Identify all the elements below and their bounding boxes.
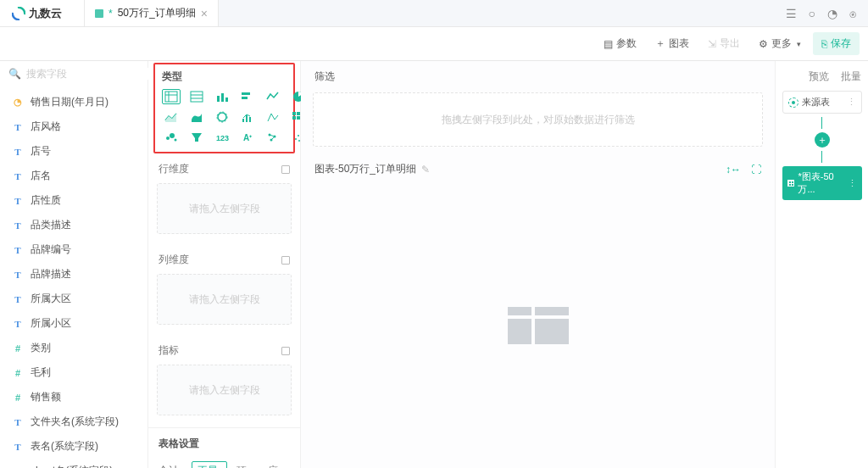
text-field-icon: T xyxy=(12,245,24,255)
save-button[interactable]: ⎘保存 xyxy=(813,32,860,55)
canvas: 筛选 拖拽左侧字段到此处，对原始数据进行筛选 图表-50万行_订单明细 ✎ ↕↔… xyxy=(301,61,775,468)
close-icon[interactable]: × xyxy=(201,8,208,20)
pipeline-chart-node[interactable]: *图表-50万... ⋮ xyxy=(782,166,862,200)
svg-rect-15 xyxy=(246,115,248,122)
brand-icon xyxy=(12,7,25,20)
type-title: 类型 xyxy=(162,70,287,89)
field-item[interactable]: T店号 xyxy=(0,139,147,164)
svg-rect-6 xyxy=(217,96,220,102)
seg-top[interactable]: 顶部 xyxy=(231,461,259,468)
col-dim-dropzone[interactable]: 请拖入左侧字段 xyxy=(157,274,292,325)
chart-type-option[interactable] xyxy=(162,109,181,125)
field-item[interactable]: T品牌描述 xyxy=(0,262,147,287)
list-icon[interactable]: ☰ xyxy=(786,7,797,20)
search-row: 🔍 xyxy=(0,61,147,86)
field-item[interactable]: #销售额 xyxy=(0,385,147,410)
col-dim-section: 列维度 请拖入左侧字段 xyxy=(148,246,300,337)
text-field-icon: T xyxy=(12,294,24,304)
metric-dropzone[interactable]: 请拖入左侧字段 xyxy=(157,365,292,415)
expand-icon[interactable]: ⛶ xyxy=(751,164,761,176)
field-item[interactable]: T所属大区 xyxy=(0,287,147,311)
search-input[interactable] xyxy=(26,68,153,80)
svg-rect-14 xyxy=(242,119,244,122)
chart-type-option[interactable] xyxy=(213,89,231,104)
field-item[interactable]: T店风格 xyxy=(0,114,147,139)
field-label: 品牌编号 xyxy=(31,242,71,257)
chart-button[interactable]: ＋图表 xyxy=(648,33,696,54)
field-item[interactable]: T表名(系统字段) xyxy=(0,434,147,459)
more-icon[interactable]: ⋮ xyxy=(847,97,856,108)
field-label: 文件夹名(系统字段) xyxy=(31,415,119,429)
text-field-icon: T xyxy=(12,442,24,452)
export-button[interactable]: ⇲导出 xyxy=(701,33,747,54)
clock-icon[interactable]: ◔ xyxy=(827,7,837,20)
field-item[interactable]: T店名 xyxy=(0,164,147,188)
chart-type-option[interactable] xyxy=(264,130,282,145)
tab-batch[interactable]: 批量 xyxy=(841,70,861,84)
field-item[interactable]: T品类描述 xyxy=(0,213,147,237)
field-item[interactable]: #类别 xyxy=(0,336,147,360)
svg-rect-9 xyxy=(242,92,250,95)
num-field-icon: # xyxy=(12,368,24,378)
svg-rect-0 xyxy=(165,92,177,102)
chart-type-option[interactable] xyxy=(187,130,206,145)
copy-icon[interactable] xyxy=(281,165,290,174)
field-list: ◔销售日期(年月日)T店风格T店号T店名T店性质T品类描述T品牌编号T品牌描述T… xyxy=(0,86,147,468)
chart-type-option[interactable] xyxy=(264,109,282,125)
chart-type-option[interactable] xyxy=(238,109,257,125)
tab-preview[interactable]: 预览 xyxy=(809,70,829,84)
table-icon xyxy=(787,180,795,187)
chart-type-option[interactable] xyxy=(238,89,257,104)
pipeline-source-node[interactable]: 来源表 ⋮ xyxy=(782,91,862,114)
field-label: 店号 xyxy=(31,144,51,159)
more-button[interactable]: ⚙更多▾ xyxy=(752,33,808,54)
copy-icon[interactable] xyxy=(281,347,290,355)
svg-point-42 xyxy=(298,140,300,142)
chart-type-option[interactable] xyxy=(162,130,181,145)
svg-rect-20 xyxy=(292,112,296,115)
field-item[interactable]: Tsheet名(系统字段) xyxy=(0,459,147,468)
field-label: 所属大区 xyxy=(31,292,71,306)
row-dim-dropzone[interactable]: 请拖入左侧字段 xyxy=(157,183,292,234)
svg-line-17 xyxy=(268,114,271,121)
svg-point-12 xyxy=(218,113,226,121)
add-step-button[interactable]: ＋ xyxy=(815,132,830,148)
field-item[interactable]: T文件夹名(系统字段) xyxy=(0,410,147,434)
user-icon[interactable]: ⍟ xyxy=(849,7,856,20)
text-field-icon: T xyxy=(12,417,24,427)
copy-icon[interactable] xyxy=(281,256,290,265)
chart-type-option[interactable] xyxy=(187,109,206,125)
table-settings: 表格设置 合计行 不显示 顶部 底部 xyxy=(148,427,300,468)
field-label: 表名(系统字段) xyxy=(31,439,98,454)
chart-type-option[interactable] xyxy=(162,89,181,104)
text-field-icon: T xyxy=(12,220,24,231)
chart-type-option[interactable]: A✦ xyxy=(238,130,257,145)
more-icon[interactable]: ⋮ xyxy=(848,178,857,189)
seg-bottom[interactable]: 底部 xyxy=(262,461,290,468)
edit-icon[interactable]: ✎ xyxy=(421,164,430,176)
params-button[interactable]: ▤参数 xyxy=(597,33,643,54)
svg-rect-23 xyxy=(292,116,296,120)
svg-point-26 xyxy=(166,136,170,140)
chart-type-option[interactable]: 123 xyxy=(213,130,231,145)
bell-icon[interactable]: ○ xyxy=(809,7,815,20)
svg-point-27 xyxy=(170,133,175,138)
prop-icon[interactable]: ↕↔ xyxy=(726,164,741,176)
chart-type-option[interactable] xyxy=(264,89,282,104)
text-field-icon: T xyxy=(12,270,24,280)
field-item[interactable]: #毛利 xyxy=(0,360,147,385)
seg-none[interactable]: 不显示 xyxy=(192,461,227,468)
field-item[interactable]: ◔销售日期(年月日) xyxy=(0,90,147,114)
text-field-icon: T xyxy=(12,122,24,132)
svg-rect-10 xyxy=(242,97,248,99)
file-tab[interactable]: * 50万行_订单明细 × xyxy=(85,0,219,26)
field-item[interactable]: T品牌编号 xyxy=(0,237,147,262)
chart-title: 图表-50万行_订单明细 xyxy=(314,162,416,176)
filter-dropzone[interactable]: 拖拽左侧字段到此处，对原始数据进行筛选 xyxy=(313,92,763,147)
chart-type-option[interactable] xyxy=(213,109,231,125)
field-item[interactable]: T店性质 xyxy=(0,188,147,213)
chart-type-option[interactable] xyxy=(187,89,206,104)
field-item[interactable]: T所属小区 xyxy=(0,311,147,336)
main: 🔍 ◔销售日期(年月日)T店风格T店号T店名T店性质T品类描述T品牌编号T品牌描… xyxy=(0,61,868,468)
toolbar: ▤参数 ＋图表 ⇲导出 ⚙更多▾ ⎘保存 xyxy=(0,27,868,61)
